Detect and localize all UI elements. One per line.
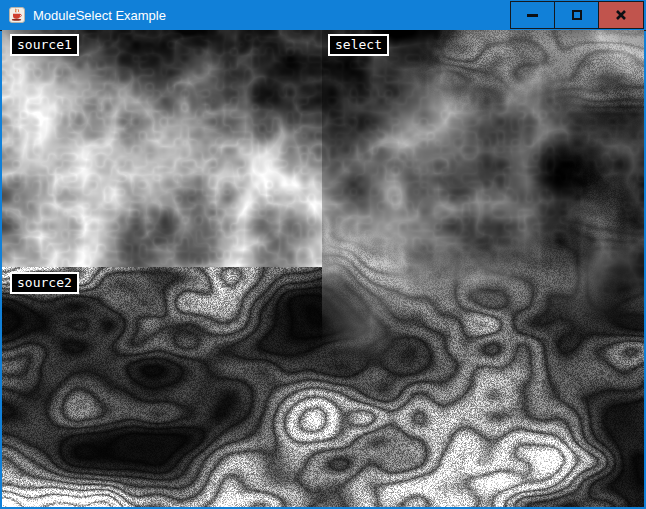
close-button[interactable] xyxy=(598,1,644,29)
label-source2: source2 xyxy=(10,272,79,294)
maximize-button[interactable] xyxy=(554,1,599,29)
source1-noise-canvas xyxy=(2,30,322,267)
maximize-icon xyxy=(572,10,582,20)
window-controls xyxy=(511,1,644,29)
window-title: ModuleSelect Example xyxy=(33,8,166,23)
close-icon xyxy=(615,9,627,21)
minimize-icon xyxy=(527,14,538,17)
label-select: select xyxy=(328,34,389,56)
titlebar[interactable]: ModuleSelect Example xyxy=(0,0,646,30)
app-window: ModuleSelect Example source1 select sour… xyxy=(0,0,646,509)
label-source1: source1 xyxy=(10,34,79,56)
source2-noise-canvas xyxy=(2,267,322,507)
render-area: source1 select source2 xyxy=(2,30,644,507)
minimize-button[interactable] xyxy=(510,1,555,29)
java-app-icon[interactable] xyxy=(9,7,25,23)
